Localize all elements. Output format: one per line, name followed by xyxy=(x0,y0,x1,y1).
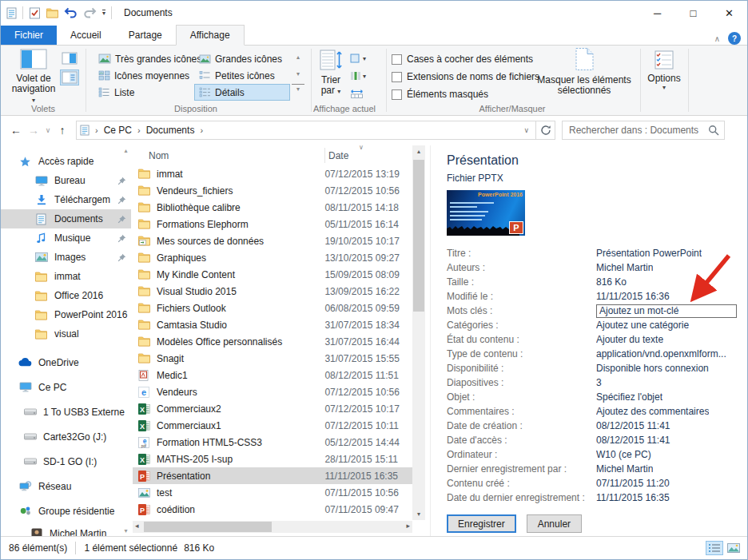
sidebar-item-bureau[interactable]: Bureau xyxy=(1,171,131,190)
forward-icon[interactable]: → xyxy=(25,124,42,137)
breadcrumb-documents[interactable]: Documents xyxy=(146,125,195,136)
file-row-commerciaux2[interactable]: XCommerciaux207/12/2015 10:17 xyxy=(133,400,412,417)
more-views-icon[interactable]: ▾ xyxy=(292,84,304,93)
options-button[interactable]: Options ▾ xyxy=(643,50,685,91)
scroll-up-icon[interactable]: ▴ xyxy=(121,147,131,154)
field-value[interactable]: Spécifiez l'objet xyxy=(596,391,662,403)
file-row-fichiers-outlook[interactable]: Fichiers Outlook06/08/2015 09:59 xyxy=(133,300,412,316)
column-header-date[interactable]: Date xyxy=(328,150,348,161)
sidebar-item-documents[interactable]: Documents xyxy=(1,209,131,228)
save-button[interactable]: Enregistrer xyxy=(447,514,516,533)
file-row-immat[interactable]: immat07/12/2015 13:19 xyxy=(133,165,412,182)
redo-icon[interactable] xyxy=(83,7,97,18)
address-dropdown-icon[interactable]: ∨ xyxy=(523,126,532,134)
chevron-right-icon[interactable]: › xyxy=(137,125,141,135)
address-box[interactable]: › Ce PC › Documents › ∨ xyxy=(76,121,536,140)
field-value[interactable]: Michel Martin xyxy=(596,262,653,273)
recent-locations-icon[interactable]: ∨ xyxy=(42,126,54,134)
large-icons-view-toggle[interactable] xyxy=(725,541,742,555)
sidebar-item-onedrive[interactable]: OneDrive xyxy=(1,350,131,375)
cancel-button[interactable]: Annuler xyxy=(527,514,582,533)
checkbox-extensions-de-noms-de-fichiers[interactable]: Extensions de noms de fichiers xyxy=(392,68,539,85)
checkbox-cases-a-cocher-des-elements[interactable]: Cases à cocher des éléments xyxy=(392,50,539,68)
file-row-graphiques[interactable]: Graphiques13/10/2015 09:27 xyxy=(133,249,412,266)
tab-partage[interactable]: Partage xyxy=(115,26,176,45)
file-row-visual-studio-2015[interactable]: Visual Studio 201513/09/2015 16:22 xyxy=(133,283,412,300)
file-row-modeles-office-personnalises[interactable]: Modèles Office personnalisés31/07/2015 1… xyxy=(133,333,412,350)
details-view-toggle[interactable] xyxy=(706,541,723,555)
keywords-input[interactable] xyxy=(596,304,737,318)
breadcrumb-ce-pc[interactable]: Ce PC xyxy=(104,125,132,136)
view-option-tres-grandes-icones[interactable]: Très grandes icônes xyxy=(94,50,193,67)
sidebar-item-telechargem[interactable]: Téléchargem xyxy=(1,190,131,209)
view-option-details[interactable]: Détails xyxy=(194,84,290,101)
file-list-hscrollbar[interactable]: ◂ ▸ xyxy=(133,521,412,533)
size-columns-button[interactable] xyxy=(350,85,364,101)
sidebar-scrollbar[interactable]: ▴ ▾ xyxy=(121,145,131,536)
file-row-medic1[interactable]: Medic108/12/2015 11:51 xyxy=(133,367,412,383)
tab-fichier[interactable]: Fichier xyxy=(1,26,57,45)
maximize-button[interactable]: □ xyxy=(675,1,711,25)
scroll-right-icon[interactable]: ▸ xyxy=(406,522,410,530)
file-row-presentation[interactable]: PPrésentation11/11/2015 16:35 xyxy=(133,467,412,484)
file-row-maths-205-i-sup[interactable]: XMATHS-205 I-sup28/11/2015 15:11 xyxy=(133,451,412,467)
help-icon[interactable]: ? xyxy=(728,32,741,45)
checkbox-icon[interactable] xyxy=(392,72,402,82)
file-row-vendeurs[interactable]: eVendeurs07/12/2015 10:56 xyxy=(133,383,412,400)
search-icon[interactable] xyxy=(708,125,719,136)
file-row-snagit[interactable]: Snagit31/07/2015 15:55 xyxy=(133,350,412,367)
properties-icon[interactable] xyxy=(29,7,41,19)
tab-accueil[interactable]: Accueil xyxy=(57,26,115,45)
sidebar-item-visual[interactable]: visual xyxy=(1,324,131,344)
collapse-ribbon-icon[interactable]: ∧ xyxy=(714,34,720,43)
field-value[interactable]: Ajoutez une catégorie xyxy=(596,320,689,331)
file-row-test[interactable]: test07/11/2015 10:56 xyxy=(133,484,412,501)
sidebar-item-powerpoint-2016[interactable]: PowerPoint 2016 xyxy=(1,305,131,324)
file-row-mes-sources-de-donnees[interactable]: Mes sources de données19/10/2015 10:17 xyxy=(133,232,412,249)
undo-icon[interactable] xyxy=(64,7,78,18)
field-value[interactable]: Ajoutez des commentaires xyxy=(596,406,709,417)
preview-pane-button[interactable] xyxy=(60,50,79,66)
scroll-up-icon[interactable]: ▴ xyxy=(412,148,425,155)
file-row-camtasia-studio[interactable]: Camtasia Studio31/07/2015 18:34 xyxy=(133,316,412,333)
back-icon[interactable]: ← xyxy=(7,124,25,137)
scrollbar-thumb[interactable] xyxy=(413,160,424,312)
minimize-button[interactable]: ─ xyxy=(639,1,675,25)
up-icon[interactable]: ↑ xyxy=(54,124,71,137)
sidebar-item-ce-pc[interactable]: Ce PC xyxy=(1,375,131,399)
file-list-vscrollbar[interactable]: ▴ ▾ xyxy=(412,145,425,520)
sidebar-item-1-to-usb3-externe[interactable]: 1 To USB3 Externe xyxy=(1,399,131,424)
file-row-formation-html5-css3[interactable]: epdfFormation HTML5-CSS305/12/2015 14:44 xyxy=(133,434,412,451)
sidebar-item-carte32go-j[interactable]: Carte32Go (J:) xyxy=(1,424,131,449)
file-row-formations-elephorm[interactable]: Formations Elephorm05/11/2015 16:14 xyxy=(133,216,412,232)
scroll-down-icon[interactable]: ▾ xyxy=(292,67,304,80)
view-option-grandes-icones[interactable]: Grandes icônes xyxy=(194,50,290,67)
sidebar-item-musique[interactable]: Musique xyxy=(1,228,131,248)
search-input[interactable] xyxy=(567,124,708,137)
new-folder-icon[interactable] xyxy=(46,8,58,18)
sidebar-item-images[interactable]: Images xyxy=(1,248,131,267)
checkbox-icon[interactable] xyxy=(392,54,402,65)
scrollbar-thumb[interactable] xyxy=(144,522,272,532)
sidebar-item-acces-rapide[interactable]: Accès rapide xyxy=(1,152,131,171)
view-option-liste[interactable]: Liste xyxy=(94,84,193,101)
scroll-left-icon[interactable]: ◂ xyxy=(135,522,139,530)
sidebar-item-reseau[interactable]: Réseau xyxy=(1,474,131,498)
sidebar-item-sd-1-go-i[interactable]: SD-1 GO (I:) xyxy=(1,449,131,474)
customize-qat-icon[interactable]: ▾ xyxy=(102,10,105,16)
add-columns-button[interactable]: ▾ xyxy=(350,68,366,84)
view-option-petites-icones[interactable]: Petites icônes xyxy=(194,67,290,84)
file-row-vendeurs-fichiers[interactable]: Vendeurs_fichiers07/12/2015 10:56 xyxy=(133,182,412,199)
field-value[interactable]: Ajouter du texte xyxy=(596,334,663,345)
file-row-commerciaux1[interactable]: XCommerciaux107/12/2015 10:11 xyxy=(133,417,412,434)
tab-affichage[interactable]: Affichage xyxy=(176,25,245,46)
scroll-down-icon[interactable]: ▾ xyxy=(121,527,131,534)
chevron-right-icon[interactable]: › xyxy=(200,125,203,135)
scroll-down-icon[interactable]: ▾ xyxy=(412,510,425,518)
scroll-up-icon[interactable]: ▴ xyxy=(292,50,304,63)
sort-by-button[interactable]: Trier par ▾ xyxy=(315,49,347,97)
column-header-nom[interactable]: Nom xyxy=(149,150,169,161)
group-by-button[interactable]: ▾ xyxy=(350,50,366,66)
file-row-my-kindle-content[interactable]: My Kindle Content15/09/2015 08:09 xyxy=(133,266,412,283)
sidebar-item-office-2016[interactable]: Office 2016 xyxy=(1,286,131,305)
